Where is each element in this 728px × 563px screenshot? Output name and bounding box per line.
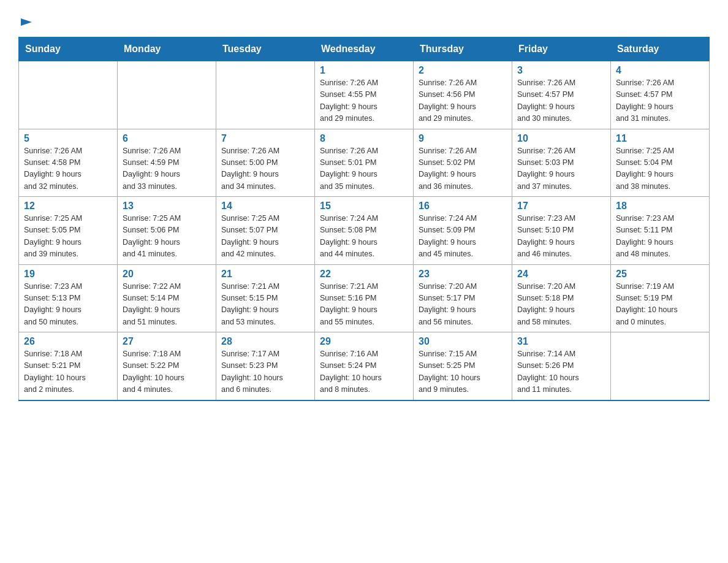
day-info: Sunrise: 7:26 AMSunset: 4:55 PMDaylight:… [320,77,408,125]
weekday-header-row: SundayMondayTuesdayWednesdayThursdayFrid… [19,37,710,61]
day-number: 21 [221,269,309,280]
day-info: Sunrise: 7:21 AMSunset: 5:16 PMDaylight:… [320,281,408,329]
day-info: Sunrise: 7:26 AMSunset: 4:58 PMDaylight:… [24,145,112,193]
day-info: Sunrise: 7:25 AMSunset: 5:04 PMDaylight:… [616,145,704,193]
day-info: Sunrise: 7:26 AMSunset: 4:56 PMDaylight:… [419,77,507,125]
weekday-header-tuesday: Tuesday [216,37,315,61]
calendar-cell: 27Sunrise: 7:18 AMSunset: 5:22 PMDayligh… [118,332,216,400]
day-number: 19 [24,269,112,280]
calendar-cell: 28Sunrise: 7:17 AMSunset: 5:23 PMDayligh… [216,332,315,400]
calendar-cell: 29Sunrise: 7:16 AMSunset: 5:24 PMDayligh… [315,332,414,400]
day-number: 29 [320,336,408,347]
day-number: 1 [320,65,408,76]
calendar-cell: 11Sunrise: 7:25 AMSunset: 5:04 PMDayligh… [611,129,710,197]
day-info: Sunrise: 7:26 AMSunset: 4:57 PMDaylight:… [517,77,605,125]
calendar-table: SundayMondayTuesdayWednesdayThursdayFrid… [18,37,710,401]
day-number: 3 [517,65,605,76]
day-number: 5 [24,133,112,144]
calendar-cell: 15Sunrise: 7:24 AMSunset: 5:08 PMDayligh… [315,197,414,265]
calendar-cell [216,61,315,129]
day-info: Sunrise: 7:19 AMSunset: 5:19 PMDaylight:… [616,281,704,329]
day-number: 27 [123,336,211,347]
calendar-cell: 2Sunrise: 7:26 AMSunset: 4:56 PMDaylight… [414,61,512,129]
logo-flag-icon [20,17,33,31]
calendar-cell: 30Sunrise: 7:15 AMSunset: 5:25 PMDayligh… [414,332,512,400]
day-number: 16 [419,201,507,212]
calendar-cell: 21Sunrise: 7:21 AMSunset: 5:15 PMDayligh… [216,264,315,332]
calendar-cell: 6Sunrise: 7:26 AMSunset: 4:59 PMDaylight… [118,129,216,197]
day-info: Sunrise: 7:24 AMSunset: 5:09 PMDaylight:… [419,213,507,261]
day-info: Sunrise: 7:26 AMSunset: 5:02 PMDaylight:… [419,145,507,193]
calendar-cell: 23Sunrise: 7:20 AMSunset: 5:17 PMDayligh… [414,264,512,332]
day-number: 4 [616,65,704,76]
calendar-cell: 16Sunrise: 7:24 AMSunset: 5:09 PMDayligh… [414,197,512,265]
calendar-cell [118,61,216,129]
day-number: 18 [616,201,704,212]
day-number: 20 [123,269,211,280]
day-info: Sunrise: 7:16 AMSunset: 5:24 PMDaylight:… [320,348,408,396]
calendar-cell: 26Sunrise: 7:18 AMSunset: 5:21 PMDayligh… [19,332,118,400]
day-number: 15 [320,201,408,212]
calendar-cell: 9Sunrise: 7:26 AMSunset: 5:02 PMDaylight… [414,129,512,197]
day-info: Sunrise: 7:25 AMSunset: 5:05 PMDaylight:… [24,213,112,261]
day-info: Sunrise: 7:23 AMSunset: 5:11 PMDaylight:… [616,213,704,261]
calendar-cell: 31Sunrise: 7:14 AMSunset: 5:26 PMDayligh… [512,332,611,400]
day-info: Sunrise: 7:14 AMSunset: 5:26 PMDaylight:… [517,348,605,396]
day-info: Sunrise: 7:22 AMSunset: 5:14 PMDaylight:… [123,281,211,329]
day-info: Sunrise: 7:17 AMSunset: 5:23 PMDaylight:… [221,348,309,396]
weekday-header-sunday: Sunday [19,37,118,61]
day-info: Sunrise: 7:18 AMSunset: 5:22 PMDaylight:… [123,348,211,396]
day-number: 23 [419,269,507,280]
calendar-cell: 13Sunrise: 7:25 AMSunset: 5:06 PMDayligh… [118,197,216,265]
calendar-cell: 22Sunrise: 7:21 AMSunset: 5:16 PMDayligh… [315,264,414,332]
calendar-cell [19,61,118,129]
day-info: Sunrise: 7:21 AMSunset: 5:15 PMDaylight:… [221,281,309,329]
day-number: 13 [123,201,211,212]
calendar-cell: 19Sunrise: 7:23 AMSunset: 5:13 PMDayligh… [19,264,118,332]
day-info: Sunrise: 7:26 AMSunset: 5:01 PMDaylight:… [320,145,408,193]
day-number: 8 [320,133,408,144]
calendar-header: SundayMondayTuesdayWednesdayThursdayFrid… [19,37,710,61]
calendar-body: 1Sunrise: 7:26 AMSunset: 4:55 PMDaylight… [19,61,710,400]
weekday-header-wednesday: Wednesday [315,37,414,61]
calendar-week-row: 26Sunrise: 7:18 AMSunset: 5:21 PMDayligh… [19,332,710,400]
day-number: 22 [320,269,408,280]
day-number: 30 [419,336,507,347]
calendar-cell: 8Sunrise: 7:26 AMSunset: 5:01 PMDaylight… [315,129,414,197]
calendar-cell: 1Sunrise: 7:26 AMSunset: 4:55 PMDaylight… [315,61,414,129]
day-number: 7 [221,133,309,144]
day-number: 11 [616,133,704,144]
day-info: Sunrise: 7:26 AMSunset: 4:57 PMDaylight:… [616,77,704,125]
day-number: 10 [517,133,605,144]
day-info: Sunrise: 7:24 AMSunset: 5:08 PMDaylight:… [320,213,408,261]
day-info: Sunrise: 7:23 AMSunset: 5:13 PMDaylight:… [24,281,112,329]
day-number: 28 [221,336,309,347]
weekday-header-monday: Monday [118,37,216,61]
day-number: 25 [616,269,704,280]
day-info: Sunrise: 7:26 AMSunset: 4:59 PMDaylight:… [123,145,211,193]
day-info: Sunrise: 7:23 AMSunset: 5:10 PMDaylight:… [517,213,605,261]
calendar-cell: 10Sunrise: 7:26 AMSunset: 5:03 PMDayligh… [512,129,611,197]
day-number: 17 [517,201,605,212]
weekday-header-saturday: Saturday [611,37,710,61]
svg-marker-0 [21,18,32,26]
day-info: Sunrise: 7:20 AMSunset: 5:18 PMDaylight:… [517,281,605,329]
day-number: 12 [24,201,112,212]
day-number: 24 [517,269,605,280]
calendar-cell: 17Sunrise: 7:23 AMSunset: 5:10 PMDayligh… [512,197,611,265]
day-number: 14 [221,201,309,212]
day-info: Sunrise: 7:25 AMSunset: 5:06 PMDaylight:… [123,213,211,261]
calendar-cell: 5Sunrise: 7:26 AMSunset: 4:58 PMDaylight… [19,129,118,197]
day-number: 2 [419,65,507,76]
day-number: 31 [517,336,605,347]
weekday-header-thursday: Thursday [414,37,512,61]
day-number: 9 [419,133,507,144]
calendar-week-row: 12Sunrise: 7:25 AMSunset: 5:05 PMDayligh… [19,197,710,265]
day-number: 6 [123,133,211,144]
calendar-week-row: 19Sunrise: 7:23 AMSunset: 5:13 PMDayligh… [19,264,710,332]
calendar-cell: 24Sunrise: 7:20 AMSunset: 5:18 PMDayligh… [512,264,611,332]
calendar-cell: 25Sunrise: 7:19 AMSunset: 5:19 PMDayligh… [611,264,710,332]
day-info: Sunrise: 7:18 AMSunset: 5:21 PMDaylight:… [24,348,112,396]
calendar-week-row: 1Sunrise: 7:26 AMSunset: 4:55 PMDaylight… [19,61,710,129]
day-info: Sunrise: 7:26 AMSunset: 5:00 PMDaylight:… [221,145,309,193]
